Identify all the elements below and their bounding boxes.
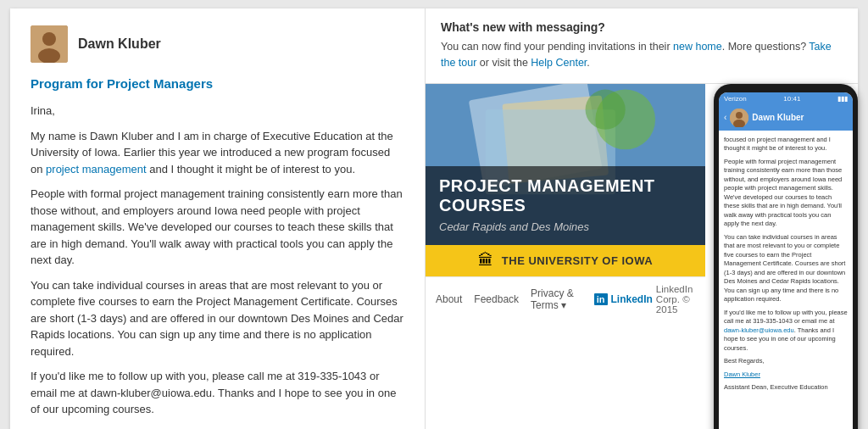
ad-title: Project Management Courses xyxy=(439,176,692,215)
back-arrow-icon[interactable]: ‹ xyxy=(724,113,726,122)
phone-screen: Verizon 10:41 ▮▮▮ ‹ xyxy=(719,92,853,430)
svg-point-10 xyxy=(736,112,743,119)
new-home-link[interactable]: new home xyxy=(673,41,722,53)
linkedin-logo: in xyxy=(594,293,608,305)
email-subject[interactable]: Program for Project Managers xyxy=(31,76,404,91)
university-icon: 🏛 xyxy=(478,252,493,270)
about-link[interactable]: About xyxy=(436,293,462,305)
phone-battery: ▮▮▮ xyxy=(837,95,848,103)
center-panel: Project Management Courses Cedar Rapids … xyxy=(426,84,705,430)
email-panel: Dawn Kluber Program for Project Managers… xyxy=(10,8,426,429)
phone-p1: focused on project management and I thou… xyxy=(724,136,848,153)
ad-overlay: Project Management Courses Cedar Rapids … xyxy=(426,166,705,245)
feedback-link[interactable]: Feedback xyxy=(474,293,519,305)
phone-body: focused on project management and I thou… xyxy=(719,131,853,430)
messaging-notice-title: What's new with messaging? xyxy=(441,20,843,34)
main-content: Project Management Courses Cedar Rapids … xyxy=(426,84,858,430)
messaging-notice-text: You can now find your pending invitation… xyxy=(441,39,843,71)
phone-time: 10:41 xyxy=(783,95,800,103)
university-name: THE UNIVERSITY OF IOWA xyxy=(502,254,653,267)
closing: Best Regards, xyxy=(31,426,404,430)
phone-email-link[interactable]: dawn-kluber@uiowa.edu xyxy=(724,326,794,334)
help-center-link[interactable]: Help Center xyxy=(531,57,587,69)
messaging-notice: What's new with messaging? You can now f… xyxy=(426,8,858,84)
avatar xyxy=(31,25,68,63)
greeting: Irina, xyxy=(31,103,404,120)
phone-closing: Best Regards, xyxy=(724,357,848,366)
phone-p4: If you'd like me to follow up with you, … xyxy=(724,309,848,354)
email-body: Irina, My name is Dawn Kluber and I am i… xyxy=(31,103,404,429)
phone-avatar xyxy=(730,109,748,127)
project-management-link[interactable]: project management xyxy=(46,163,147,176)
footer-copyright: in LinkedIn LinkedIn Corp. © 2015 xyxy=(594,284,695,315)
body-p2: People with formal project management tr… xyxy=(31,186,404,269)
phone-p2: People with formal project management tr… xyxy=(724,158,848,229)
sender-name: Dawn Kluber xyxy=(78,36,161,52)
right-panel: What's new with messaging? You can now f… xyxy=(426,8,858,429)
body-p3: You can take individual courses in areas… xyxy=(31,277,404,360)
phone-mockup: Verizon 10:41 ▮▮▮ ‹ xyxy=(714,84,858,430)
email-header: Dawn Kluber xyxy=(31,25,404,63)
phone-header: ‹ Dawn Kluber xyxy=(719,105,853,131)
phone-sig-name: Dawn Kluber xyxy=(724,370,848,380)
phone-sig-title: Assistant Dean, Executive Education xyxy=(724,383,848,393)
copyright-text: LinkedIn Corp. © 2015 xyxy=(656,284,695,315)
phone-status-bar: Verizon 10:41 ▮▮▮ xyxy=(719,92,853,105)
ad-footer: About Feedback Privacy & Terms ▾ in Link… xyxy=(426,276,705,321)
phone-p3: You can take individual courses in areas… xyxy=(724,233,848,304)
ad-location: Cedar Rapids and Des Moines xyxy=(439,220,692,233)
ad-image: Project Management Courses Cedar Rapids … xyxy=(426,84,705,245)
privacy-link[interactable]: Privacy & Terms ▾ xyxy=(531,287,582,311)
body-p1: My name is Dawn Kluber and I am in charg… xyxy=(31,128,404,178)
phone-sender-name: Dawn Kluber xyxy=(752,113,804,122)
body-p4: If you'd like me to follow up with you, … xyxy=(31,368,404,418)
linkedin-text: LinkedIn xyxy=(611,293,653,305)
svg-point-8 xyxy=(586,89,626,129)
avatar-image xyxy=(31,25,68,63)
svg-point-1 xyxy=(42,32,56,46)
take-tour-link[interactable]: Take the tour xyxy=(441,41,832,69)
university-bar: 🏛 THE UNIVERSITY OF IOWA xyxy=(426,245,705,276)
phone-carrier: Verizon xyxy=(724,95,747,103)
